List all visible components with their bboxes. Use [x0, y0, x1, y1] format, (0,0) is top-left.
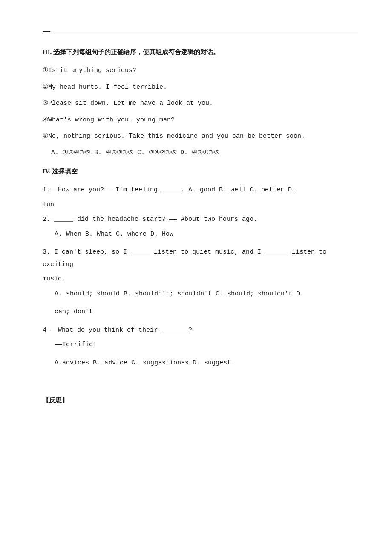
section-4-title: IV. 选择填空	[43, 166, 358, 177]
reflection-label: 【反思】	[43, 395, 358, 406]
q3-text2: music.	[43, 273, 358, 286]
top-dash: ——	[43, 26, 50, 37]
q1-text: 1.——How are you? ——I'm feeling _____. A.…	[43, 184, 358, 197]
top-underline	[52, 31, 358, 31]
section-3: III. 选择下列每组句子的正确语序，使其组成符合逻辑的对话。 ①Is it a…	[43, 46, 358, 159]
item-3: ③Please sit down. Let me have a look at …	[43, 98, 358, 110]
item-1: ①Is it anything serious?	[43, 65, 358, 77]
q3-options: A. should; should B. shouldn't; shouldn'…	[55, 288, 358, 301]
q1-text2: fun	[43, 199, 358, 211]
item-5: ⑤No, nothing serious. Take this medicine…	[43, 130, 358, 143]
q3-options2: can; don't	[55, 306, 358, 318]
section-4: IV. 选择填空 1.——How are you? ——I'm feeling …	[43, 166, 358, 369]
q4-sub1: ——Terrific!	[55, 339, 358, 351]
section-3-options: A. ①②④③⑤ B. ④②③①⑤ C. ③④②①⑤ D. ④②①③⑤	[51, 147, 358, 159]
top-line: ——	[43, 26, 358, 37]
q2-text: 2. _____ did the headache start? —— Abou…	[43, 214, 358, 226]
item-2: ②My head hurts. I feel terrible.	[43, 81, 358, 94]
section-3-title: III. 选择下列每组句子的正确语序，使其组成符合逻辑的对话。	[43, 46, 358, 58]
q4-text: 4 ——What do you think of their _______?	[43, 324, 358, 337]
q4-options: A.advices B. advice C. suggestiones D. s…	[55, 357, 358, 370]
item-4: ④What's wrong with you, young man?	[43, 114, 358, 127]
q3-text: 3. I can't sleep, so I _____ listen to q…	[43, 246, 358, 271]
q2-options: A. When B. What C. where D. How	[55, 228, 358, 241]
